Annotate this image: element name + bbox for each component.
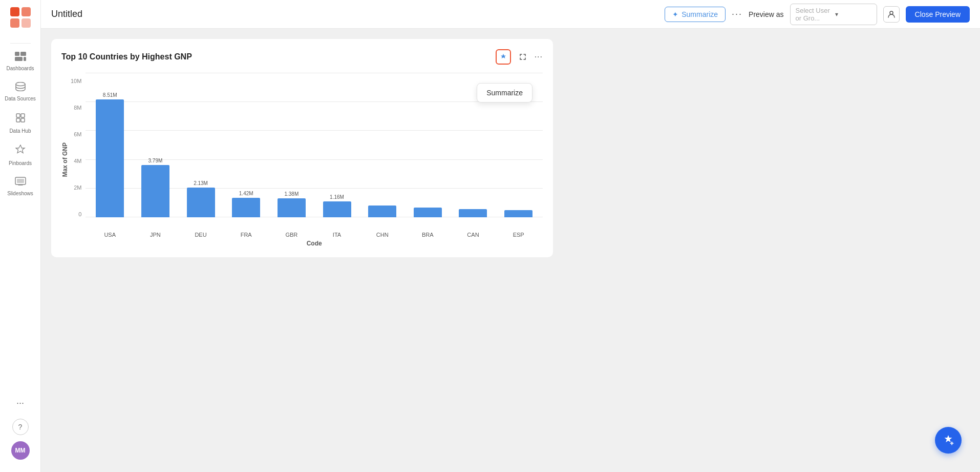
- chart-summarize-button[interactable]: [496, 49, 511, 65]
- sidebar-bottom: ··· ? MM: [11, 394, 30, 466]
- bar[interactable]: [459, 209, 487, 217]
- svg-rect-5: [20, 52, 26, 56]
- bar-chart: Max of GNP 10M8M6M4M2M0 8.51M3.79M2.13M1…: [61, 73, 543, 247]
- bar[interactable]: [141, 165, 169, 217]
- summarize-label: Summarize: [681, 10, 718, 18]
- bar[interactable]: [368, 206, 396, 217]
- chart-controls: ···: [496, 49, 543, 65]
- bar[interactable]: [232, 198, 260, 217]
- content-area: Top 10 Countries by Highest GNP ···: [41, 29, 980, 472]
- bar-value-label: 1.16M: [330, 194, 344, 200]
- sidebar: Dashboards Data Sources Dat: [0, 0, 41, 472]
- y-axis-label: 0: [78, 211, 81, 217]
- fab-button[interactable]: [935, 427, 962, 454]
- sidebar-item-data-sources-label: Data Sources: [5, 96, 36, 102]
- bar-group: 2.13M: [182, 78, 220, 217]
- pinboards-icon: [15, 145, 26, 158]
- x-axis-label: CAN: [454, 232, 493, 238]
- bar[interactable]: [323, 201, 351, 217]
- x-axis-label: JPN: [136, 232, 175, 238]
- data-hub-icon: [15, 112, 26, 126]
- y-axis: 10M8M6M4M2M0: [71, 73, 86, 232]
- sidebar-item-data-hub[interactable]: Data Hub: [0, 108, 40, 138]
- svg-rect-10: [21, 114, 25, 117]
- dashboards-icon: [15, 52, 26, 64]
- y-axis-label: 2M: [74, 184, 81, 191]
- y-axis-label: 4M: [74, 158, 81, 164]
- bar[interactable]: [96, 99, 124, 217]
- sidebar-item-data-sources[interactable]: Data Sources: [0, 78, 40, 106]
- main-content: Untitled ✦ Summarize ··· Preview as Sele…: [41, 0, 980, 472]
- y-axis-label: 6M: [74, 131, 81, 137]
- data-sources-icon: [15, 82, 26, 94]
- bar[interactable]: [278, 198, 306, 217]
- sparkle-icon: ✦: [672, 10, 678, 18]
- summarize-popup: Summarize: [477, 83, 532, 102]
- y-axis-title-container: Max of GNP: [61, 73, 71, 247]
- x-axis-label: BRA: [409, 232, 447, 238]
- x-axis-label: GBR: [272, 232, 311, 238]
- bar[interactable]: [414, 208, 442, 217]
- bar-value-label: 2.13M: [194, 180, 208, 186]
- sidebar-item-dashboards-label: Dashboards: [7, 66, 34, 72]
- close-preview-button[interactable]: Close Preview: [906, 6, 970, 23]
- sidebar-item-pinboards-label: Pinboards: [9, 160, 32, 167]
- bar-group: 8.51M: [91, 78, 129, 217]
- bar-group: [409, 78, 447, 217]
- chart-more-dots-button[interactable]: ···: [535, 52, 543, 61]
- svg-rect-1: [22, 7, 31, 16]
- chart-expand-button[interactable]: [515, 49, 530, 65]
- y-axis-label: 10M: [71, 78, 81, 84]
- bar-group: 1.16M: [318, 78, 356, 217]
- x-axis-label: USA: [91, 232, 129, 238]
- svg-rect-11: [16, 118, 20, 122]
- svg-point-8: [16, 83, 25, 86]
- svg-rect-3: [22, 18, 31, 28]
- sidebar-nav: Dashboards Data Sources Dat: [0, 48, 40, 394]
- sidebar-item-pinboards[interactable]: Pinboards: [0, 140, 40, 171]
- svg-rect-4: [15, 52, 19, 56]
- bars-row: 8.51M3.79M2.13M1.42M1.38M1.16M: [86, 73, 543, 217]
- avatar[interactable]: MM: [11, 441, 30, 460]
- preview-select-value: Select User or Gro...: [796, 7, 832, 22]
- chart-plot-area: 8.51M3.79M2.13M1.42M1.38M1.16M USAJPNDEU…: [86, 73, 543, 247]
- summarize-button[interactable]: ✦ Summarize: [665, 7, 726, 22]
- x-axis-label: ESP: [499, 232, 538, 238]
- sidebar-item-slideshows-label: Slideshows: [7, 191, 33, 197]
- sidebar-item-slideshows[interactable]: Slideshows: [0, 173, 40, 201]
- sidebar-item-data-hub-label: Data Hub: [9, 128, 31, 134]
- more-dots-button[interactable]: ···: [732, 9, 742, 19]
- bar-group: 3.79M: [136, 78, 175, 217]
- sidebar-item-dashboards[interactable]: Dashboards: [0, 48, 40, 76]
- x-axis-label: DEU: [182, 232, 220, 238]
- y-axis-label: 8M: [74, 105, 81, 111]
- bars-and-grid: 8.51M3.79M2.13M1.42M1.38M1.16M: [86, 73, 543, 232]
- x-axis-label: CHN: [363, 232, 401, 238]
- logo[interactable]: [9, 6, 32, 31]
- topbar: Untitled ✦ Summarize ··· Preview as Sele…: [41, 0, 980, 29]
- x-axis-label: FRA: [227, 232, 265, 238]
- svg-rect-14: [17, 179, 24, 183]
- svg-rect-7: [24, 57, 26, 61]
- chart-header: Top 10 Countries by Highest GNP ···: [61, 49, 543, 65]
- more-options-button[interactable]: ···: [12, 394, 28, 413]
- y-axis-title: Max of GNP: [61, 142, 69, 177]
- x-axis-label: ITA: [318, 232, 356, 238]
- bar-group: [363, 78, 401, 217]
- bar-value-label: 3.79M: [148, 158, 162, 163]
- bar-group: 1.38M: [272, 78, 311, 217]
- bar[interactable]: [187, 188, 215, 217]
- summarize-popup-text: Summarize: [486, 89, 523, 97]
- bar[interactable]: [504, 210, 532, 217]
- help-button[interactable]: ?: [12, 419, 29, 435]
- x-axis-labels: USAJPNDEUFRAGBRITACHNBRACANESP: [86, 232, 543, 238]
- preview-user-select[interactable]: Select User or Gro... ▾: [790, 4, 877, 25]
- svg-rect-2: [10, 18, 19, 28]
- chart-card: Top 10 Countries by Highest GNP ···: [51, 39, 553, 257]
- slideshows-icon: [15, 177, 26, 189]
- preview-as-label: Preview as: [749, 10, 783, 18]
- svg-rect-12: [21, 118, 25, 122]
- chart-title: Top 10 Countries by Highest GNP: [61, 52, 192, 61]
- person-icon-button[interactable]: [883, 6, 900, 23]
- svg-rect-6: [15, 57, 23, 61]
